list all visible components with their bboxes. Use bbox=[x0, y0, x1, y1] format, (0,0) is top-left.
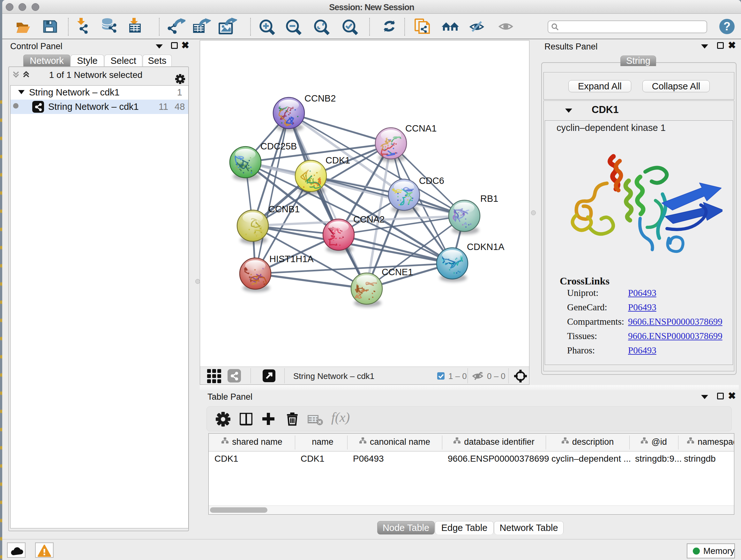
svg-text:?: ? bbox=[724, 20, 731, 33]
svg-text:RB1: RB1 bbox=[480, 193, 498, 204]
svg-text:CCNA2: CCNA2 bbox=[353, 214, 385, 225]
svg-text:CCNA1: CCNA1 bbox=[405, 123, 436, 133]
svg-text:CDC25B: CDC25B bbox=[260, 141, 297, 151]
svg-text:HIST1H1A: HIST1H1A bbox=[269, 254, 314, 264]
svg-text:CDKN1A: CDKN1A bbox=[467, 242, 504, 252]
svg-text:CCNB2: CCNB2 bbox=[305, 93, 336, 104]
svg-text:CDK1: CDK1 bbox=[326, 155, 350, 165]
svg-text:CCNE1: CCNE1 bbox=[382, 267, 413, 277]
svg-text:CDC6: CDC6 bbox=[419, 176, 444, 186]
svg-text:CCNB1: CCNB1 bbox=[268, 204, 300, 214]
